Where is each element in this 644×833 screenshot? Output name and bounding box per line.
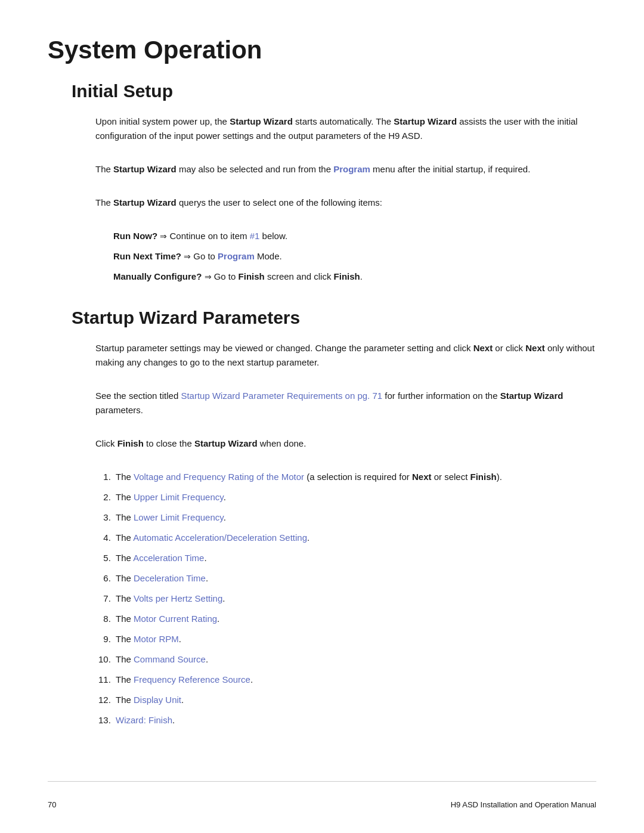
- wizard-option-run-next: Run Next Time? ⇒ Go to Program Mode.: [113, 249, 596, 264]
- wizard-finish-link[interactable]: Wizard: Finish: [116, 715, 172, 725]
- startup-wizard-p3: Click Finish to close the Startup Wizard…: [95, 436, 596, 451]
- startup-wizard-heading: Startup Wizard Parameters: [72, 308, 596, 328]
- list-item-1: The Voltage and Frequency Rating of the …: [113, 470, 596, 484]
- initial-setup-p2: The Startup Wizard may also be selected …: [95, 162, 596, 176]
- volts-per-hertz-link[interactable]: Volts per Hertz Setting: [134, 593, 222, 603]
- upper-limit-frequency-link[interactable]: Upper Limit Frequency: [134, 492, 224, 502]
- chapter-title: System Operation: [48, 36, 596, 64]
- deceleration-time-link[interactable]: Deceleration Time: [134, 573, 206, 583]
- motor-rpm-link[interactable]: Motor RPM: [134, 634, 179, 644]
- list-item-6: The Deceleration Time.: [113, 571, 596, 586]
- command-source-link[interactable]: Command Source: [134, 654, 206, 664]
- initial-setup-p1: Upon initial system power up, the Startu…: [95, 114, 596, 143]
- list-item-7: The Volts per Hertz Setting.: [113, 592, 596, 606]
- startup-wizard-requirements-link[interactable]: Startup Wizard Parameter Requirements on…: [181, 391, 382, 401]
- program-link-2[interactable]: Program: [218, 251, 255, 261]
- frequency-reference-source-link[interactable]: Frequency Reference Source: [134, 674, 250, 685]
- list-item-10: The Command Source.: [113, 652, 596, 667]
- manual-title: H9 ASD Installation and Operation Manual: [451, 800, 596, 809]
- list-item-3: The Lower Limit Frequency.: [113, 510, 596, 525]
- initial-setup-p3: The Startup Wizard querys the user to se…: [95, 196, 596, 210]
- motor-current-rating-link[interactable]: Motor Current Rating: [134, 614, 217, 624]
- page-footer: 70 H9 ASD Installation and Operation Man…: [48, 800, 596, 809]
- startup-wizard-p1: Startup parameter settings may be viewed…: [95, 341, 596, 370]
- auto-accel-decel-link[interactable]: Automatic Acceleration/Deceleration Sett…: [133, 532, 307, 543]
- list-item-5: The Acceleration Time.: [113, 551, 596, 565]
- startup-wizard-numbered-list: The Voltage and Frequency Rating of the …: [95, 470, 596, 727]
- list-item-13: Wizard: Finish.: [113, 713, 596, 727]
- program-link-1[interactable]: Program: [333, 164, 370, 174]
- wizard-option-manually: Manually Configure? ⇒ Go to Finish scree…: [113, 270, 596, 284]
- list-item-12: The Display Unit.: [113, 693, 596, 707]
- voltage-frequency-link[interactable]: Voltage and Frequency Rating of the Moto…: [134, 472, 304, 482]
- startup-wizard-p2: See the section titled Startup Wizard Pa…: [95, 389, 596, 417]
- wizard-options-list: Run Now? ⇒ Continue on to item #1 below.…: [113, 229, 596, 284]
- page-number: 70: [48, 800, 56, 809]
- list-item-11: The Frequency Reference Source.: [113, 673, 596, 687]
- footer-divider: [48, 781, 596, 782]
- display-unit-link[interactable]: Display Unit: [134, 695, 181, 705]
- list-item-4: The Automatic Acceleration/Deceleration …: [113, 531, 596, 545]
- lower-limit-frequency-link[interactable]: Lower Limit Frequency: [134, 512, 224, 522]
- item1-link[interactable]: #1: [250, 231, 260, 241]
- list-item-2: The Upper Limit Frequency.: [113, 490, 596, 504]
- list-item-9: The Motor RPM.: [113, 632, 596, 646]
- initial-setup-heading: Initial Setup: [72, 81, 596, 101]
- list-item-8: The Motor Current Rating.: [113, 612, 596, 626]
- wizard-option-run-now: Run Now? ⇒ Continue on to item #1 below.: [113, 229, 596, 243]
- acceleration-time-link[interactable]: Acceleration Time: [133, 553, 204, 563]
